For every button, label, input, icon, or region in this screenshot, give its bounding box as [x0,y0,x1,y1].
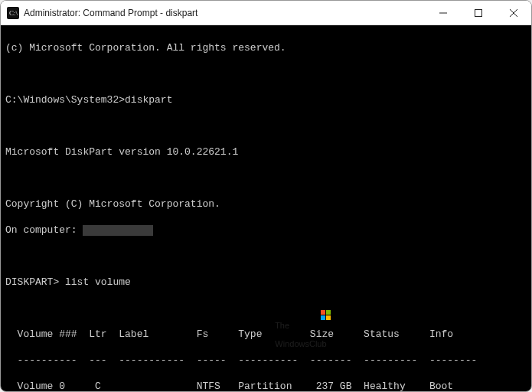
cmd-list-volume: list volume [59,276,131,288]
prompt-command: diskpart [125,94,172,106]
table-row: Volume 0 C NTFS Partition 237 GB Healthy… [5,380,525,391]
blank-line [5,67,525,80]
cmd-icon: C:\ [7,7,19,19]
titlebar[interactable]: C:\ Administrator: Command Prompt - disk… [1,1,531,25]
computer-name-redacted [83,225,153,236]
prompt-path: C:\Windows\System32> [5,94,125,106]
copyright-line: (c) Microsoft Corporation. All rights re… [5,41,525,54]
command-prompt-window: C:\ Administrator: Command Prompt - disk… [0,0,532,392]
minimize-button[interactable] [426,1,461,25]
close-button[interactable] [496,1,531,25]
maximize-button[interactable] [461,1,496,25]
diskpart-copyright: Copyright (C) Microsoft Corporation. [5,198,525,211]
svg-rect-3 [475,10,482,17]
diskpart-prompt: DISKPART> [5,276,59,288]
svg-rect-8 [321,315,325,320]
volume-table-header: Volume ### Ltr Label Fs Type Size Status… [5,328,525,341]
svg-text:C:\: C:\ [9,9,18,17]
on-computer-label: On computer: [5,224,83,236]
blank-line [5,302,525,315]
svg-rect-9 [326,315,331,320]
volume-table-divider: ---------- --- ----------- ----- -------… [5,354,525,367]
on-computer-line: On computer: [5,224,525,237]
prompt-line: C:\Windows\System32>diskpart [5,93,525,106]
blank-line [5,119,525,132]
window-title: Administrator: Command Prompt - diskpart [24,8,426,18]
diskpart-prompt-line: DISKPART> list volume [5,276,525,289]
blank-line [5,250,525,263]
diskpart-version: Microsoft DiskPart version 10.0.22621.1 [5,145,525,158]
window-controls [426,1,531,24]
terminal-output[interactable]: (c) Microsoft Corporation. All rights re… [1,25,531,391]
blank-line [5,172,525,185]
